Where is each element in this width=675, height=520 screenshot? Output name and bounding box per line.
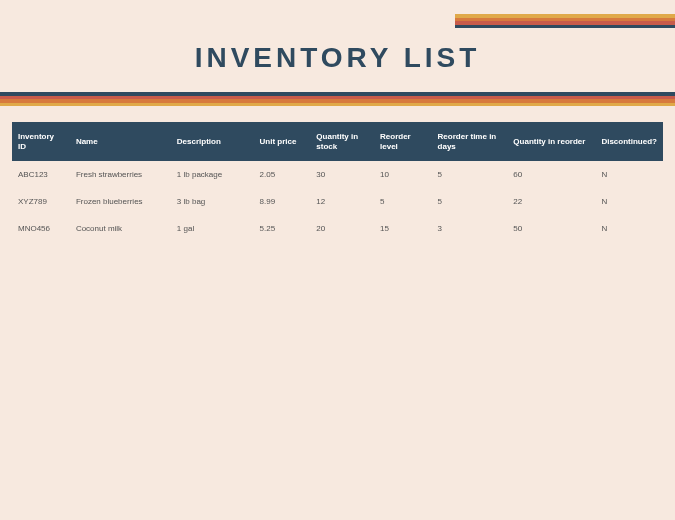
col-header-description: Description: [171, 122, 254, 161]
cell-reorder: 10: [374, 161, 432, 188]
cell-disc: N: [595, 215, 663, 242]
cell-qty: 20: [310, 215, 374, 242]
cell-price: 8.99: [254, 188, 311, 215]
cell-qir: 50: [507, 215, 595, 242]
cell-name: Fresh strawberries: [70, 161, 171, 188]
cell-id: MNO456: [12, 215, 70, 242]
stripe-navy: [455, 25, 675, 29]
cell-name: Frozen blueberries: [70, 188, 171, 215]
cell-price: 5.25: [254, 215, 311, 242]
table-row: XYZ789 Frozen blueberries 3 lb bag 8.99 …: [12, 188, 663, 215]
col-header-qty-in-stock: Quantity in stock: [310, 122, 374, 161]
table-header-row: Inventory ID Name Description Unit price…: [12, 122, 663, 161]
cell-qty: 30: [310, 161, 374, 188]
cell-reorder: 15: [374, 215, 432, 242]
cell-time: 3: [432, 215, 508, 242]
table-row: ABC123 Fresh strawberries 1 lb package 2…: [12, 161, 663, 188]
cell-reorder: 5: [374, 188, 432, 215]
cell-time: 5: [432, 161, 508, 188]
col-header-reorder-level: Reorder level: [374, 122, 432, 161]
cell-price: 2.05: [254, 161, 311, 188]
col-header-unit-price: Unit price: [254, 122, 311, 161]
page-title: INVENTORY LIST: [0, 42, 675, 74]
cell-name: Coconut milk: [70, 215, 171, 242]
table-row: MNO456 Coconut milk 1 gal 5.25 20 15 3 5…: [12, 215, 663, 242]
col-header-id: Inventory ID: [12, 122, 70, 161]
cell-qir: 60: [507, 161, 595, 188]
col-header-qty-in-reorder: Quantity in reorder: [507, 122, 595, 161]
cell-time: 5: [432, 188, 508, 215]
cell-disc: N: [595, 188, 663, 215]
cell-desc: 3 lb bag: [171, 188, 254, 215]
inventory-table: Inventory ID Name Description Unit price…: [12, 122, 663, 242]
cell-desc: 1 lb package: [171, 161, 254, 188]
col-header-reorder-time: Reorder time in days: [432, 122, 508, 161]
cell-disc: N: [595, 161, 663, 188]
cell-desc: 1 gal: [171, 215, 254, 242]
top-accent-stripes: [455, 14, 675, 28]
cell-id: XYZ789: [12, 188, 70, 215]
mid-accent-stripes: [0, 92, 675, 106]
col-header-discontinued: Discontinued?: [595, 122, 663, 161]
col-header-name: Name: [70, 122, 171, 161]
stripe-yellow: [0, 103, 675, 107]
cell-qty: 12: [310, 188, 374, 215]
cell-qir: 22: [507, 188, 595, 215]
title-area: INVENTORY LIST: [0, 0, 675, 74]
table-wrap: Inventory ID Name Description Unit price…: [0, 122, 675, 242]
cell-id: ABC123: [12, 161, 70, 188]
